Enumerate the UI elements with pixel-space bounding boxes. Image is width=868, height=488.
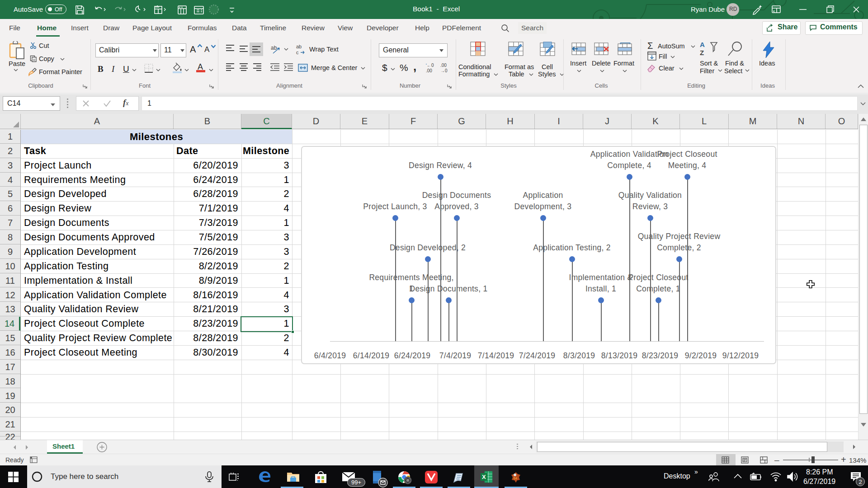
- svg-text:Z: Z: [700, 49, 704, 56]
- svg-text:ab: ab: [296, 44, 302, 49]
- svg-text:A: A: [700, 41, 705, 48]
- svg-text:64: 64: [514, 477, 517, 480]
- svg-text:.00: .00: [440, 63, 447, 68]
- svg-text:c: c: [296, 50, 299, 55]
- svg-text:ab: ab: [271, 45, 277, 51]
- svg-text:←0: ←0: [427, 63, 434, 68]
- svg-text:X: X: [482, 474, 486, 480]
- svg-text:→0: →0: [440, 68, 448, 73]
- svg-text:.00: .00: [426, 68, 432, 73]
